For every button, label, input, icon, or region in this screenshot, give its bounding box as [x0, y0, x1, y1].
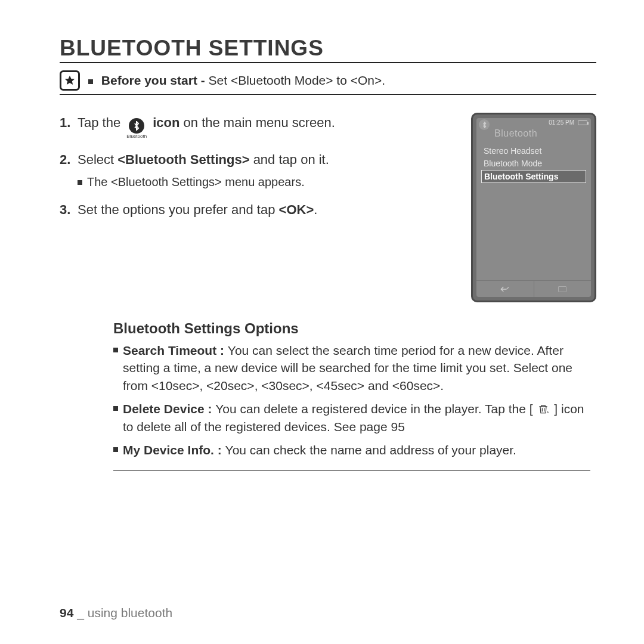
page-title: BLUETOOTH SETTINGS [60, 36, 596, 63]
device-screen: 01:25 PM Bluetooth Stereo Headset Blueto… [476, 118, 591, 297]
prestart-rest: Set <Bluetooth Mode> to <On>. [209, 73, 386, 87]
step-number: 1. [60, 113, 78, 139]
prestart-bold: Before you start - [101, 73, 209, 87]
battery-icon [578, 120, 587, 125]
before-you-start-row: Before you start - Set <Bluetooth Mode> … [60, 70, 596, 95]
option-delete-device: Delete Device : You can delete a registe… [113, 400, 590, 435]
star-icon [60, 70, 80, 91]
footer-section: using bluetooth [88, 606, 172, 620]
svg-text:A: A [547, 410, 549, 414]
step2-bold: <Bluetooth Settings> [117, 152, 249, 167]
before-you-start-text: Before you start - Set <Bluetooth Mode> … [88, 73, 385, 88]
bluetooth-icon-label: Bluetooth [126, 134, 147, 139]
menu-button[interactable] [534, 281, 592, 297]
device-menu: Stereo Headset Bluetooth Mode Bluetooth … [476, 143, 591, 186]
step2-note-text: The <Bluetooth Settings> menu appears. [87, 175, 305, 189]
opt3-bold: My Device Info. : [123, 443, 225, 457]
step-1: 1. Tap the Bluetooth icon on the main me… [60, 113, 447, 139]
step-body: Set the options you prefer and tap <OK>. [78, 200, 447, 219]
opt3-text: You can check the name and address of yo… [225, 443, 516, 457]
square-bullet-icon [88, 79, 93, 84]
status-time: 01:25 PM [549, 119, 574, 126]
option-search-timeout: Search Timeout : You can select the sear… [113, 342, 590, 394]
device-mockup: 01:25 PM Bluetooth Stereo Headset Blueto… [471, 113, 596, 302]
step-number: 3. [60, 200, 78, 219]
square-bullet-icon [113, 406, 118, 411]
step1-b: on the main menu screen. [179, 115, 335, 130]
step1-bold: icon [153, 115, 179, 130]
page-number: 94 [60, 606, 73, 620]
step3-bold: <OK> [279, 202, 314, 217]
square-bullet-icon [78, 180, 82, 185]
trash-all-icon: A [536, 400, 550, 417]
step3-a: Set the options you prefer and tap [78, 202, 279, 217]
square-bullet-icon [113, 447, 118, 452]
opt1-bold: Search Timeout : [123, 343, 228, 357]
step-2-note: The <Bluetooth Settings> menu appears. [78, 175, 447, 189]
footer-sep: _ [73, 606, 87, 620]
step-body: Select <Bluetooth Settings> and tap on i… [78, 150, 447, 169]
step3-b: . [314, 202, 317, 217]
step-body: Tap the Bluetooth icon on the main menu … [78, 113, 447, 139]
step-2: 2. Select <Bluetooth Settings> and tap o… [60, 150, 447, 169]
step-3: 3. Set the options you prefer and tap <O… [60, 200, 447, 219]
opt2-bold: Delete Device : [123, 402, 215, 416]
steps-list: 1. Tap the Bluetooth icon on the main me… [60, 113, 447, 230]
step2-b: and tap on it. [250, 152, 329, 167]
content-row: 1. Tap the Bluetooth icon on the main me… [60, 113, 596, 302]
bluetooth-status-icon [479, 119, 490, 130]
option-my-device-info: My Device Info. : You can check the name… [113, 441, 590, 459]
menu-item-stereo-headset[interactable]: Stereo Headset [481, 145, 586, 157]
step1-a: Tap the [78, 115, 124, 130]
step2-a: Select [78, 152, 117, 167]
back-button[interactable] [476, 281, 534, 297]
device-navbar [476, 280, 591, 297]
bluetooth-icon: Bluetooth [126, 118, 147, 139]
opt2-text-a: You can delete a registered device in th… [215, 402, 536, 416]
square-bullet-icon [113, 348, 118, 352]
screen-title: Bluetooth [476, 127, 591, 143]
menu-item-bluetooth-settings[interactable]: Bluetooth Settings [481, 170, 586, 183]
status-bar: 01:25 PM [476, 118, 591, 127]
options-list: Search Timeout : You can select the sear… [113, 342, 590, 471]
step-number: 2. [60, 150, 78, 169]
menu-item-bluetooth-mode[interactable]: Bluetooth Mode [481, 157, 586, 169]
options-heading: Bluetooth Settings Options [113, 320, 596, 337]
page-footer: 94 _ using bluetooth [60, 606, 172, 620]
